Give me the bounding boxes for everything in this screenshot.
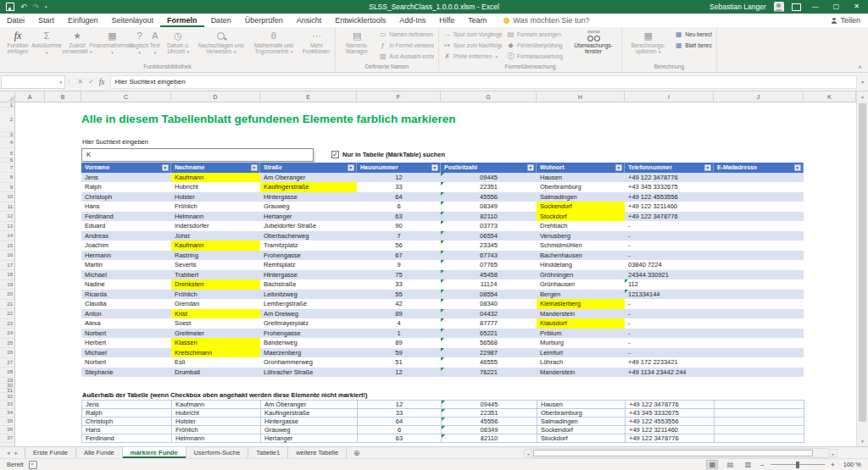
cell[interactable]: 22987 [441,348,537,358]
row-header-10[interactable]: 10 [0,192,14,202]
cell[interactable]: +49 122 3478776 [625,212,714,222]
sheet-tab-tabelle1[interactable]: Tabelle1 [248,447,288,458]
row-header-35[interactable]: 35 [0,417,14,426]
cell[interactable]: 11124 [441,279,537,290]
search-textbox[interactable]: K [81,148,314,162]
cell[interactable]: Hausen [537,173,625,183]
scroll-down-icon[interactable]: ▼ [857,436,868,446]
cell[interactable]: 63 [358,434,442,443]
cell[interactable]: Salmadingen [537,192,625,202]
cell[interactable]: Drehbach [537,221,625,231]
filter-button[interactable]: ▼ [348,164,355,172]
spur-zum-nachfolger-button[interactable]: ↦Spur zum Nachfolger [443,41,502,50]
cell[interactable] [715,417,804,426]
cell[interactable]: 42 [357,299,441,309]
datum-u-uhrzeit-button[interactable]: ◷Datum u. Uhrzeit ▾ [162,29,195,63]
cell[interactable] [715,434,804,443]
cell[interactable]: Ferdinand [82,434,172,443]
cell[interactable]: Frohengasse [260,329,357,339]
cell[interactable]: Lembergstraße [260,299,357,309]
neu-berechnen-button[interactable]: ▦Neu berechnen [675,30,712,39]
cell[interactable]: Am Oberanger [261,401,358,409]
row-header-2[interactable]: 2 [0,108,14,132]
cell[interactable]: 56568 [441,338,537,348]
spur-zum-vorg-nger-button[interactable]: →Spur zum Vorgänger [443,30,502,39]
cell[interactable]: 59 [357,348,441,358]
cell[interactable]: Alexa [81,318,171,329]
cell[interactable]: Remtsplatz [260,260,357,270]
row-header-32[interactable]: 32 [0,393,14,401]
menu-tab-seitenlayout[interactable]: Seitenlayout [105,14,161,27]
row-header-33[interactable]: 33 [0,401,14,409]
cell[interactable]: 76221 [441,368,537,378]
cell[interactable] [714,357,804,368]
row-header-16[interactable]: 16 [0,251,14,261]
row-header-5[interactable]: 5 [0,148,14,158]
cell[interactable]: +49 122 3478776 [625,173,714,183]
row-header-18[interactable]: 18 [0,270,14,280]
row-header-12[interactable]: 12 [0,212,14,222]
table-header-postleitzahl[interactable]: Postleitzahl▼ [441,163,537,173]
cell[interactable]: 67743 [441,251,537,261]
cell[interactable]: Grauweg [261,426,358,434]
berwachungs-fenster-button[interactable]: Überwachungs-fenster [567,29,620,63]
row-header-22[interactable]: 22 [0,309,14,319]
pfeile-entfernen-button[interactable]: ✗Pfeile entfernen▾ [443,52,502,61]
scroll-up-icon[interactable]: ▲ [857,91,868,102]
cancel-entry-icon[interactable]: ✕ [77,78,83,86]
cell[interactable]: Jens [82,401,172,409]
cell[interactable]: - [625,318,714,329]
cell[interactable]: 1 [357,329,441,339]
menu-tab-team[interactable]: Team [461,14,493,27]
cell[interactable] [714,212,804,222]
cell[interactable]: +49 122 3211460 [625,202,714,212]
cell[interactable]: Klausdorf [537,318,625,329]
cell[interactable]: 46555 [441,357,537,368]
cell[interactable]: Severts [171,260,260,270]
row-header-27[interactable]: 27 [0,358,14,368]
cell[interactable]: - [625,338,714,348]
table-header-telefonnummer[interactable]: Telefonnummer▼ [625,163,714,173]
cell[interactable] [714,279,804,290]
cell[interactable]: 9 [357,260,441,270]
cell[interactable]: - [625,241,714,251]
cell[interactable]: 7 [357,231,441,241]
zoom-out-button[interactable]: − [760,461,764,469]
menu-tab-start[interactable]: Start [31,14,61,27]
cell[interactable]: Hintergasse [260,192,357,202]
cell[interactable]: 90 [357,221,441,231]
menu-tab-hilfe[interactable]: Hilfe [432,14,461,27]
column-header-b[interactable]: B [45,91,81,102]
scroll-left-icon[interactable]: ◂ [524,449,532,457]
row-header-20[interactable]: 20 [0,290,14,300]
cell[interactable]: 22351 [441,182,537,192]
sheet-tab-markiere-funde[interactable]: markiere Funde [123,447,186,458]
tell-me-box[interactable]: Was möchten Sie tun? [504,14,589,27]
macro-record-icon[interactable] [29,461,37,469]
sheet-tab-userform-suche[interactable]: Userform-Suche [186,447,249,458]
sheet-tab-alle-funde[interactable]: Alle Funde [76,447,123,458]
row-header-9[interactable]: 9 [0,183,14,193]
cell[interactable] [714,348,804,358]
close-button[interactable]: ✕ [850,0,863,14]
cell[interactable]: 45556 [442,417,537,426]
cell[interactable]: Hinddelang [537,260,625,270]
cell[interactable]: Anton [81,309,171,319]
cell[interactable]: - [625,348,714,358]
cell[interactable]: Kaufingerstraße [261,409,358,417]
menu-tab-datei[interactable]: Datei [0,14,31,27]
cell[interactable]: Kretschmann [171,348,260,358]
cell[interactable]: - [625,329,714,339]
cell[interactable]: Christoph [82,417,172,426]
zoom-level[interactable]: 100 % [841,461,861,468]
cell[interactable]: 82110 [442,434,537,443]
cell[interactable] [714,251,804,261]
cell[interactable]: 75 [357,270,441,280]
cell[interactable]: Gröhningen [537,270,625,280]
cell[interactable]: - [625,231,714,241]
cell[interactable]: Priblum [537,329,625,339]
new-sheet-icon[interactable]: ⊕ [347,447,367,458]
cell[interactable]: Ferdinand [81,212,171,222]
cell[interactable]: +49 122 4553556 [626,417,715,426]
cell[interactable]: Stockdorf [537,212,625,222]
